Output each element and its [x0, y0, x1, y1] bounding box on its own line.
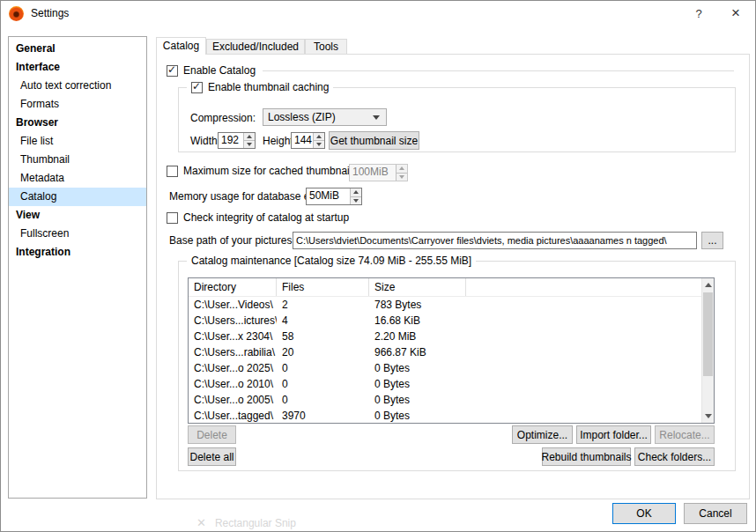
spin-down-icon[interactable]	[351, 197, 361, 205]
settings-category-list: General Interface Auto text correction F…	[8, 36, 147, 499]
check-integrity-checkbox[interactable]	[167, 212, 178, 224]
max-size-spinner: 100MiB	[349, 164, 408, 181]
sidebar-item-browser[interactable]: Browser	[9, 114, 146, 132]
spin-up-icon[interactable]	[351, 188, 361, 197]
height-label: Height	[263, 135, 293, 147]
close-button[interactable]: ×	[722, 1, 750, 26]
rebuild-thumbnails-button[interactable]: Rebuild thumbnails	[542, 447, 631, 466]
app-logo-icon	[9, 6, 24, 21]
titlebar: Settings ? ×	[1, 1, 755, 26]
spin-down-icon	[397, 174, 407, 181]
sidebar-item-catalog[interactable]: Catalog	[9, 188, 146, 206]
cell-size: 0 Bytes	[369, 408, 466, 424]
width-value: 192	[219, 133, 243, 148]
check-integrity-label: Check integrity of catalog at startup	[183, 211, 349, 224]
table-row[interactable]: C:\User...x 2304\ 58 2.20 MiB	[189, 329, 703, 344]
get-thumbnail-size-button[interactable]: Get thumbnail size	[329, 131, 419, 150]
table-row[interactable]: C:\User...Videos\ 2 783 Bytes	[189, 297, 703, 313]
max-size-label: Maximum size for cached thumbnails	[183, 165, 357, 177]
enable-catalog-groupline	[263, 70, 734, 71]
help-button[interactable]: ?	[685, 1, 713, 26]
cell-files: 4	[277, 313, 369, 329]
import-folder-button[interactable]: Import folder...	[576, 425, 651, 444]
height-spinner[interactable]: 144	[291, 132, 325, 149]
cell-files: 0	[277, 376, 369, 392]
tab-tools[interactable]: Tools	[305, 39, 347, 55]
compression-label: Compression:	[190, 112, 256, 124]
scroll-down-icon[interactable]	[702, 410, 715, 423]
scrollbar-thumb[interactable]	[703, 292, 713, 376]
base-path-browse-button[interactable]: ...	[701, 232, 723, 249]
table-row[interactable]: C:\User...o 2025\ 0 0 Bytes	[189, 360, 703, 376]
table-row[interactable]: C:\Users...rabilia\ 20 966.87 KiB	[189, 344, 703, 360]
cell-directory: C:\User...Videos\	[189, 297, 277, 313]
sidebar-item-general[interactable]: General	[9, 40, 146, 58]
cell-directory: C:\User...tagged\	[189, 408, 277, 424]
cell-files: 0	[277, 392, 369, 408]
enable-thumbnail-caching-label: Enable thumbnail caching	[208, 81, 329, 93]
spin-up-icon[interactable]	[244, 133, 255, 141]
check-folders-button[interactable]: Check folders...	[634, 447, 715, 466]
catalog-maintenance-title: Catalog maintenance [Catalog size 74.09 …	[191, 255, 471, 267]
delete-button: Delete	[188, 425, 236, 444]
cell-directory: C:\User...x 2304\	[189, 329, 277, 344]
table-row[interactable]: C:\Users...ictures\ 4 16.68 KiB	[189, 313, 703, 329]
vertical-scrollbar[interactable]	[701, 278, 714, 423]
width-label: Width	[190, 135, 218, 147]
table-row[interactable]: C:\User...o 2005\ 0 0 Bytes	[189, 392, 703, 408]
height-spin-buttons[interactable]	[313, 133, 324, 148]
height-value: 144	[292, 133, 313, 148]
sidebar-item-file-list[interactable]: File list	[9, 132, 146, 151]
cancel-button[interactable]: Cancel	[684, 503, 747, 524]
cell-directory: C:\User...o 2010\	[189, 376, 277, 392]
max-size-checkbox[interactable]	[167, 166, 178, 177]
chevron-down-icon	[373, 115, 380, 120]
tab-catalog[interactable]: Catalog	[156, 37, 206, 55]
sidebar-item-auto-text-correction[interactable]: Auto text correction	[9, 77, 146, 95]
spin-down-icon[interactable]	[314, 141, 324, 148]
cell-size: 783 Bytes	[369, 297, 466, 313]
spin-down-icon[interactable]	[244, 141, 255, 148]
cell-size: 0 Bytes	[369, 392, 466, 408]
optimize-button[interactable]: Optimize...	[512, 425, 573, 444]
table-row[interactable]: C:\User...tagged\ 3970 0 Bytes	[189, 408, 703, 424]
cell-files: 0	[277, 360, 369, 376]
base-path-input[interactable]	[293, 232, 697, 249]
memory-usage-value: 50MiB	[307, 188, 350, 204]
memory-spin-buttons[interactable]	[350, 188, 361, 204]
column-header-directory[interactable]: Directory	[189, 278, 277, 296]
tab-excluded-included[interactable]: Excluded/Included	[206, 39, 305, 55]
cell-size: 0 Bytes	[369, 376, 466, 392]
sidebar-item-metadata[interactable]: Metadata	[9, 169, 146, 188]
sidebar-item-fullscreen[interactable]: Fullscreen	[9, 225, 146, 243]
cell-size: 2.20 MiB	[369, 329, 466, 344]
enable-catalog-checkbox[interactable]	[167, 65, 178, 77]
table-row[interactable]: C:\User...o 2010\ 0 0 Bytes	[189, 376, 703, 392]
sidebar-item-interface[interactable]: Interface	[9, 58, 146, 77]
max-size-value: 100MiB	[350, 165, 396, 181]
spin-up-icon[interactable]	[314, 133, 324, 141]
thumbnail-caching-group: Enable thumbnail caching Compression: Lo…	[178, 87, 736, 152]
width-spinner[interactable]: 192	[218, 132, 256, 149]
cell-files: 2	[277, 297, 369, 313]
column-header-size[interactable]: Size	[369, 278, 466, 296]
delete-all-button[interactable]: Delete all	[188, 447, 236, 466]
column-header-files[interactable]: Files	[277, 278, 369, 296]
cell-files: 20	[277, 344, 369, 360]
sidebar-item-thumbnail[interactable]: Thumbnail	[9, 151, 146, 169]
cell-size: 16.68 KiB	[369, 313, 466, 329]
cell-files: 58	[277, 329, 369, 344]
cell-size: 0 Bytes	[369, 360, 466, 376]
sidebar-item-integration[interactable]: Integration	[9, 243, 146, 262]
snip-artifact-label: Rectangular Snip	[215, 517, 296, 529]
settings-window: Settings ? × General Interface Auto text…	[0, 0, 756, 532]
cell-size: 966.87 KiB	[369, 344, 466, 360]
width-spin-buttons[interactable]	[243, 133, 255, 148]
ok-button[interactable]: OK	[612, 503, 676, 524]
compression-dropdown[interactable]: Lossless (ZIP)	[263, 108, 387, 126]
enable-thumbnail-caching-checkbox[interactable]	[191, 82, 203, 93]
sidebar-item-view[interactable]: View	[9, 206, 146, 225]
scroll-up-icon[interactable]	[702, 278, 715, 292]
sidebar-item-formats[interactable]: Formats	[9, 95, 146, 114]
memory-usage-spinner[interactable]: 50MiB	[306, 188, 362, 205]
